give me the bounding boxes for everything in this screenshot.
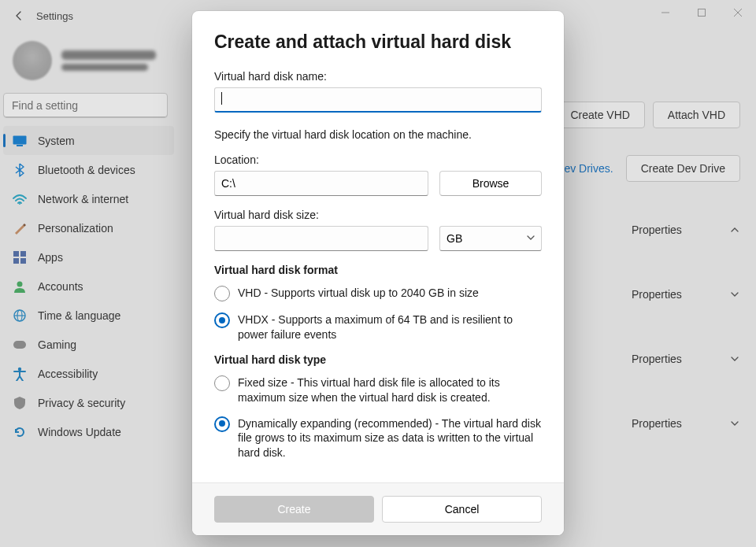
type-fixed-option[interactable]: Fixed size - This virtual hard disk file… xyxy=(214,375,542,405)
location-label: Location: xyxy=(214,153,542,166)
size-unit-value[interactable] xyxy=(439,226,542,251)
radio-checked-icon xyxy=(214,312,230,328)
vhd-name-input[interactable] xyxy=(214,87,542,113)
location-input[interactable] xyxy=(214,171,428,196)
format-vhdx-label: VHDX - Supports a maximum of 64 TB and i… xyxy=(238,312,542,342)
radio-icon xyxy=(214,286,230,301)
create-vhd-dialog: Create and attach virtual hard disk Virt… xyxy=(192,11,564,535)
dialog-footer: Create Cancel xyxy=(192,482,564,535)
type-dynamic-label: Dynamically expanding (recommended) - Th… xyxy=(238,416,542,461)
format-vhd-label: VHD - Supports virtual disk up to 2040 G… xyxy=(238,286,479,301)
type-fixed-label: Fixed size - This virtual hard disk file… xyxy=(238,375,542,405)
dialog-body: Create and attach virtual hard disk Virt… xyxy=(192,11,564,482)
radio-checked-icon xyxy=(214,416,230,432)
dialog-title: Create and attach virtual hard disk xyxy=(214,31,542,53)
format-vhd-option[interactable]: VHD - Supports virtual disk up to 2040 G… xyxy=(214,286,542,301)
radio-icon xyxy=(214,375,230,391)
text-caret xyxy=(221,92,222,105)
cancel-button[interactable]: Cancel xyxy=(382,496,542,523)
type-section-head: Virtual hard disk type xyxy=(214,353,542,366)
browse-button[interactable]: Browse xyxy=(439,171,542,196)
vhd-name-label: Virtual hard disk name: xyxy=(214,70,542,83)
format-section-head: Virtual hard disk format xyxy=(214,264,542,276)
create-button[interactable]: Create xyxy=(214,496,374,523)
size-input[interactable] xyxy=(214,226,428,251)
size-label: Virtual hard disk size: xyxy=(214,209,542,221)
type-dynamic-option[interactable]: Dynamically expanding (recommended) - Th… xyxy=(214,416,542,461)
format-vhdx-option[interactable]: VHDX - Supports a maximum of 64 TB and i… xyxy=(214,312,542,342)
size-unit-select[interactable] xyxy=(439,226,542,251)
location-hint: Specify the virtual hard disk location o… xyxy=(214,128,542,141)
